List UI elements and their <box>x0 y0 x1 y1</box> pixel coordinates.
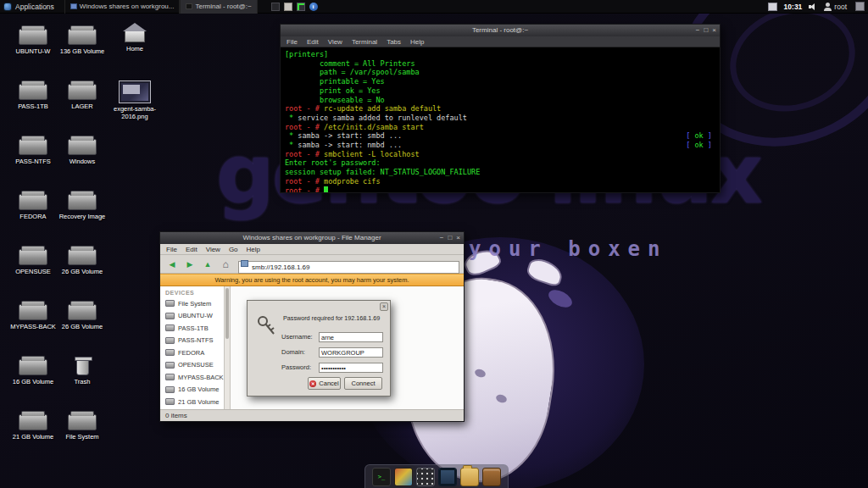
sidebar-item-file-system[interactable]: File System <box>160 297 224 310</box>
desktop-icon-lager[interactable]: LAGER <box>58 79 106 110</box>
menu-file[interactable]: File <box>166 246 177 253</box>
password-field[interactable] <box>319 363 383 373</box>
close-icon[interactable]: × <box>456 235 460 241</box>
drive-icon <box>165 374 175 380</box>
sidebar-item-pass-ntfs[interactable]: PASS-NTFS <box>160 335 224 347</box>
menu-file[interactable]: File <box>287 38 298 46</box>
taskbar-item-file-manager[interactable]: Windows shares on workgrou... <box>64 0 181 14</box>
desktop-icon-image-file[interactable]: exgent-samba-2016.png <box>113 80 157 120</box>
path-input[interactable] <box>238 261 459 274</box>
desktop-icon-21gb-volume[interactable]: 21 GB Volume <box>9 409 57 441</box>
minimize-icon[interactable]: − <box>440 235 444 241</box>
terminal-screen[interactable]: [printers] comment = All Printers path =… <box>281 47 720 192</box>
desktop-icon-26gb-volume-2[interactable]: 26 GB Volume <box>58 299 106 330</box>
desktop-icon-label: OPENSUSE <box>15 268 51 275</box>
desktop-icon-windows[interactable]: Windows <box>58 134 106 165</box>
minimize-icon[interactable]: − <box>696 27 700 34</box>
notification-info-icon[interactable]: i <box>309 3 318 11</box>
desktop-icon-label: UBUNTU-W <box>16 47 51 55</box>
tray-icon[interactable] <box>271 3 280 11</box>
connect-button[interactable]: Connect <box>344 377 382 390</box>
terminal-text: Enter root's password: <box>285 158 381 167</box>
tray-display-icon[interactable] <box>768 3 777 11</box>
sidebar-item-mypass-back[interactable]: MYPASS-BACK <box>160 371 224 384</box>
clock[interactable]: 10:31 <box>784 3 803 11</box>
dock-archive-icon[interactable] <box>482 468 501 486</box>
back-button[interactable]: ◀ <box>164 257 180 271</box>
desktop-icon-136gb-volume[interactable]: 136 GB Volume <box>58 24 106 55</box>
user-menu[interactable]: root <box>834 3 847 11</box>
terminal-line: Enter root's password: <box>285 158 715 168</box>
home-button[interactable]: ⌂ <box>218 257 233 271</box>
desktop-icon-label: Home <box>126 45 143 53</box>
maximize-icon[interactable]: □ <box>448 235 452 241</box>
menu-help[interactable]: Help <box>410 38 424 46</box>
up-button[interactable]: ▲ <box>200 257 215 271</box>
forward-button[interactable]: ▶ <box>182 257 198 271</box>
domain-field[interactable] <box>319 347 383 358</box>
terminal-line: * service samba added to runlevel defaul… <box>285 114 715 123</box>
sidebar-item-21gb-volume[interactable]: 21 GB Volume <box>160 396 224 408</box>
dock-display-icon[interactable] <box>438 468 457 486</box>
drive-icon <box>19 29 47 45</box>
desktop-icon-fedora[interactable]: FEDORA <box>9 189 57 220</box>
desktop-icon-home[interactable]: Home <box>111 21 159 53</box>
taskbar-item-terminal[interactable]: Terminal - root@:~ <box>180 0 257 14</box>
dock-packages-icon[interactable] <box>416 468 435 486</box>
desktop-icon-recovery-image[interactable]: Recovery Image <box>58 189 106 220</box>
tray-icon[interactable] <box>284 3 292 11</box>
drive-icon <box>165 349 175 356</box>
window-controls: − □ × <box>440 232 460 244</box>
sidebar-scrollbar[interactable] <box>225 286 231 409</box>
close-icon: × <box>382 303 386 309</box>
desktop-icon-ubuntu-w[interactable]: UBUNTU-W <box>9 24 57 55</box>
file-manager-titlebar[interactable]: Windows shares on workgroup - File Manag… <box>160 232 464 244</box>
menu-view[interactable]: View <box>206 246 220 253</box>
menu-help[interactable]: Help <box>247 246 260 253</box>
dock-graphics-icon[interactable] <box>394 468 413 486</box>
terminal-text: service samba added to runlevel default <box>298 114 467 122</box>
username-field[interactable] <box>319 332 383 342</box>
close-button[interactable]: × <box>380 302 388 311</box>
volume-icon[interactable] <box>809 3 818 11</box>
terminal-line: root - # smbclient -L localhost <box>285 150 715 159</box>
desktop-icon-trash[interactable]: Trash <box>58 354 106 385</box>
terminal-cursor <box>324 186 328 192</box>
menu-tabs[interactable]: Tabs <box>387 38 401 46</box>
drive-icon <box>165 362 175 369</box>
warning-text: Warning, you are using the root account,… <box>215 276 409 284</box>
desktop-icon-opensuse[interactable]: OPENSUSE <box>9 244 57 275</box>
sidebar-item-opensuse[interactable]: OPENSUSE <box>160 359 224 372</box>
applications-menu-icon[interactable] <box>3 3 12 11</box>
close-icon[interactable]: × <box>712 27 716 34</box>
menu-edit[interactable]: Edit <box>307 38 319 46</box>
menu-go[interactable]: Go <box>229 246 238 253</box>
sidebar-item-ubuntu-w[interactable]: UBUNTU-W <box>160 310 224 323</box>
file-manager-title: Windows shares on workgroup - File Manag… <box>160 232 464 244</box>
desktop-icon-pass-ntfs[interactable]: PASS-NTFS <box>9 134 57 165</box>
desktop-icon-file-system[interactable]: File System <box>58 409 106 441</box>
panel-action-icon[interactable] <box>855 2 865 11</box>
drive-icon <box>19 139 47 155</box>
tray-icon[interactable] <box>297 3 305 11</box>
terminal-titlebar[interactable]: Terminal - root@:~ − □ × <box>281 25 720 36</box>
cancel-button[interactable]: ✕Cancel <box>308 377 341 390</box>
desktop-icon-26gb-volume[interactable]: 26 GB Volume <box>58 244 106 275</box>
scrollbar-thumb[interactable] <box>225 288 229 339</box>
dock-terminal-icon[interactable]: >_ <box>372 468 391 486</box>
desktop-icon-mypass-back[interactable]: MYPASS-BACK <box>9 299 57 330</box>
drive-icon <box>68 29 97 45</box>
dock-folder-icon[interactable] <box>460 468 479 486</box>
sidebar-item-pass-1tb[interactable]: PASS-1TB <box>160 322 224 335</box>
applications-menu[interactable]: Applications <box>15 3 54 11</box>
sidebar-item-fedora[interactable]: FEDORA <box>160 347 224 359</box>
command-text: modprobe cifs <box>324 177 381 186</box>
desktop-icon-16gb-volume[interactable]: 16 GB Volume <box>9 354 57 385</box>
sidebar-item-16gb-volume[interactable]: 16 GB Volume <box>160 384 224 396</box>
menu-terminal[interactable]: Terminal <box>352 38 377 46</box>
file-manager-toolbar: ◀ ▶ ▲ ⌂ <box>160 255 464 274</box>
menu-edit[interactable]: Edit <box>186 246 198 253</box>
menu-view[interactable]: View <box>328 38 342 46</box>
maximize-icon[interactable]: □ <box>704 27 708 34</box>
desktop-icon-pass-1tb[interactable]: PASS-1TB <box>9 79 57 110</box>
